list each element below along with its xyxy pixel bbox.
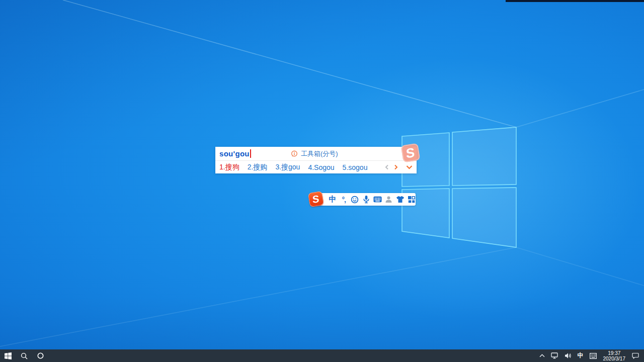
ime-toolbox-label[interactable]: 工具箱(分号) xyxy=(301,149,338,158)
candidate-4[interactable]: 4.Sogou xyxy=(308,163,334,171)
candidate-pager xyxy=(385,164,413,170)
action-center-icon xyxy=(632,352,639,359)
ime-composition-text: sou'gou xyxy=(219,149,250,158)
sogou-watermark-letter: S xyxy=(406,146,415,160)
search-icon xyxy=(21,352,28,359)
toolbox-grid-icon[interactable] xyxy=(408,195,416,205)
taskbar-left xyxy=(0,349,48,362)
soft-keyboard-icon[interactable] xyxy=(373,195,382,205)
ime-composition-row: sou'gou 工具箱(分号) S xyxy=(215,147,417,160)
touch-keyboard-button[interactable] xyxy=(587,349,600,362)
hidden-icons-button[interactable] xyxy=(536,349,548,362)
taskbar: 中 19:37 2020/3/17 xyxy=(0,349,644,362)
chevron-up-icon xyxy=(539,354,545,357)
account-icon[interactable] xyxy=(385,195,393,205)
system-tray: 中 19:37 2020/3/17 xyxy=(536,349,644,362)
ime-candidate-row: 1.搜狗 2.搜购 3.搜gou 4.Sogou 5.sogou xyxy=(215,160,417,173)
ime-toolbox-hint[interactable]: 工具箱(分号) xyxy=(290,147,338,160)
clock[interactable]: 19:37 2020/3/17 xyxy=(600,350,629,361)
voice-input-icon[interactable] xyxy=(362,195,370,205)
skin-icon[interactable] xyxy=(396,195,405,205)
candidate-2[interactable]: 2.搜购 xyxy=(248,163,268,172)
emoji-picker-icon[interactable] xyxy=(351,195,359,205)
candidate-5[interactable]: 5.sogou xyxy=(343,163,368,171)
network-button[interactable] xyxy=(548,349,561,362)
hidden-window-edge xyxy=(506,0,644,2)
action-center-button[interactable] xyxy=(629,349,644,362)
sogou-ime-toolbar: S 中 °‚ xyxy=(310,193,416,206)
clock-date: 2020/3/17 xyxy=(603,356,626,361)
expand-candidates-icon[interactable] xyxy=(406,165,413,169)
network-ethernet-icon xyxy=(551,352,558,359)
ime-candidate-window: sou'gou 工具箱(分号) S 1.搜狗 2.搜购 3.搜gou 4.Sog… xyxy=(215,147,417,173)
sogou-logo-watermark: S xyxy=(401,143,421,163)
candidate-1[interactable]: 1.搜狗 xyxy=(219,163,239,172)
ime-mode-indicator[interactable]: 中 xyxy=(575,349,587,362)
speaker-icon xyxy=(565,352,572,359)
next-page-icon[interactable] xyxy=(394,164,398,170)
chinese-english-toggle-icon[interactable]: 中 xyxy=(329,195,337,205)
cortana-button[interactable] xyxy=(32,349,48,362)
info-icon xyxy=(290,149,298,159)
sogou-logo-letter: S xyxy=(312,194,319,205)
prev-page-icon[interactable] xyxy=(385,164,389,170)
volume-button[interactable] xyxy=(561,349,575,362)
cortana-circle-icon xyxy=(37,352,44,359)
touch-keyboard-icon xyxy=(590,353,597,359)
windows-logo-icon xyxy=(5,352,12,359)
desktop-wallpaper xyxy=(0,0,644,362)
clock-time: 19:37 xyxy=(603,350,626,356)
search-button[interactable] xyxy=(16,349,32,362)
sogou-logo-icon[interactable]: S xyxy=(308,191,324,207)
text-caret xyxy=(250,149,251,158)
wallpaper-window-logo xyxy=(0,0,644,362)
candidate-3[interactable]: 3.搜gou xyxy=(275,163,300,172)
start-button[interactable] xyxy=(0,349,16,362)
punctuation-mode-icon[interactable]: °‚ xyxy=(340,195,348,205)
